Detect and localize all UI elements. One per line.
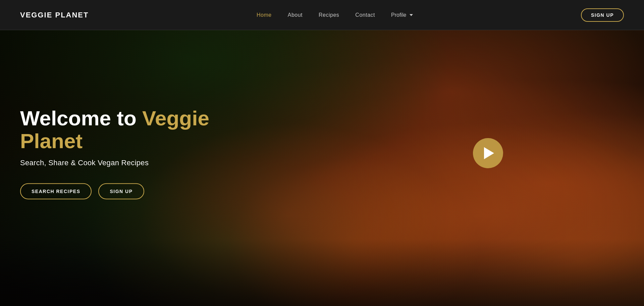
hero-content: Welcome to Veggie Planet Search, Share &… [20, 107, 255, 199]
nav-signup-button[interactable]: SIGN UP [581, 8, 624, 22]
nav-link-about[interactable]: About [288, 12, 303, 18]
hero-signup-button[interactable]: SIGN UP [98, 183, 144, 199]
play-video-button[interactable] [473, 138, 503, 168]
profile-label: Profile [391, 12, 406, 18]
chevron-down-icon [410, 14, 413, 16]
hero-buttons: SEARCH RECIPES SIGN UP [20, 183, 255, 199]
nav-item-contact[interactable]: Contact [355, 12, 375, 18]
hero-title: Welcome to Veggie Planet [20, 107, 255, 152]
nav-item-recipes[interactable]: Recipes [319, 12, 339, 18]
navbar: VEGGIE PLANET Home About Recipes Contact… [0, 0, 644, 30]
nav-item-home[interactable]: Home [257, 12, 272, 18]
nav-link-contact[interactable]: Contact [355, 12, 375, 18]
nav-links: Home About Recipes Contact Profile [257, 12, 413, 18]
hero-subtitle: Search, Share & Cook Vegan Recipes [20, 159, 255, 167]
nav-link-recipes[interactable]: Recipes [319, 12, 339, 18]
nav-item-about[interactable]: About [288, 12, 303, 18]
search-recipes-button[interactable]: SEARCH RECIPES [20, 183, 92, 199]
nav-item-profile[interactable]: Profile [391, 12, 413, 18]
hero-section: Welcome to Veggie Planet Search, Share &… [0, 0, 644, 306]
nav-link-home[interactable]: Home [257, 12, 272, 18]
hero-title-prefix: Welcome to [20, 106, 142, 129]
site-logo[interactable]: VEGGIE PLANET [20, 11, 89, 19]
play-icon [484, 147, 494, 159]
profile-dropdown-trigger[interactable]: Profile [391, 12, 413, 18]
